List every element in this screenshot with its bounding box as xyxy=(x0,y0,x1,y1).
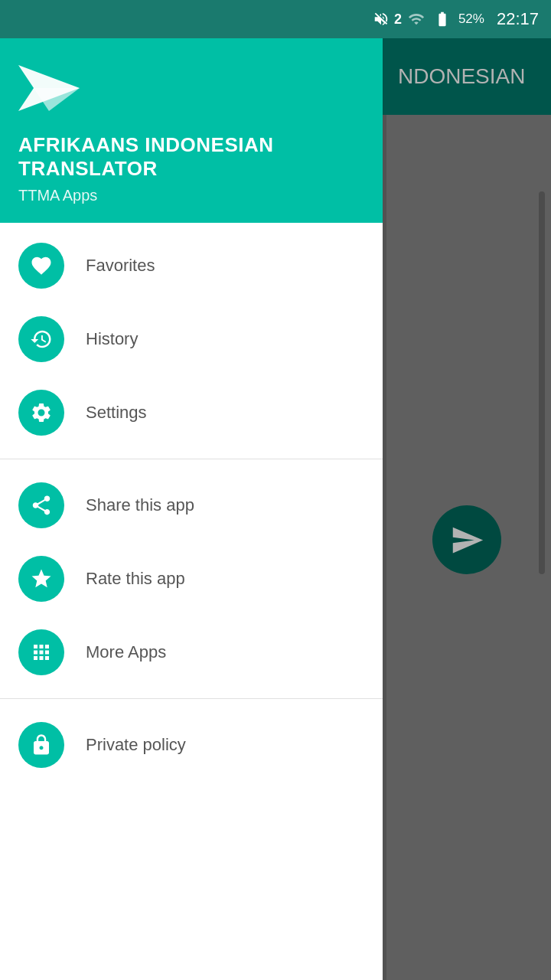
time-display: 22:17 xyxy=(497,9,539,29)
sidebar-item-settings[interactable]: Settings xyxy=(0,376,383,449)
favorites-label: Favorites xyxy=(86,256,155,276)
privacy-label: Private policy xyxy=(86,735,186,755)
translate-button-background xyxy=(432,505,501,574)
secondary-menu-section: Share this app Rate this app More xyxy=(0,462,383,695)
clock-icon xyxy=(30,328,53,351)
history-label: History xyxy=(86,329,138,349)
navigation-drawer: AFRIKAANS INDONESIAN TRANSLATOR TTMA App… xyxy=(0,38,383,980)
share-icon-circle xyxy=(18,482,64,528)
tertiary-menu-section: Private policy xyxy=(0,702,383,788)
header-text-partial: NDONESIAN xyxy=(398,64,525,89)
favorites-icon-circle xyxy=(18,243,64,289)
divider-2 xyxy=(0,698,383,699)
sidebar-item-rate[interactable]: Rate this app xyxy=(0,542,383,616)
mute-icon xyxy=(373,11,390,28)
star-icon xyxy=(30,567,53,590)
sidebar-item-history[interactable]: History xyxy=(0,302,383,376)
primary-menu-section: Favorites History Settings xyxy=(0,223,383,456)
sidebar-item-favorites[interactable]: Favorites xyxy=(0,229,383,302)
privacy-icon-circle xyxy=(18,722,64,768)
scrollbar[interactable] xyxy=(539,191,545,574)
battery-percent: 52% xyxy=(458,11,484,27)
rate-icon-circle xyxy=(18,556,64,602)
sidebar-item-share[interactable]: Share this app xyxy=(0,469,383,542)
drawer-header: AFRIKAANS INDONESIAN TRANSLATOR TTMA App… xyxy=(0,38,383,223)
app-logo xyxy=(18,61,364,118)
battery-icon xyxy=(431,11,454,28)
rate-label: Rate this app xyxy=(86,569,185,589)
sim-icon: 2 xyxy=(394,11,402,28)
heart-icon xyxy=(30,254,53,277)
more-apps-icon-circle xyxy=(18,629,64,675)
grid-icon xyxy=(30,641,53,664)
sidebar-item-more-apps[interactable]: More Apps xyxy=(0,616,383,689)
status-bar: 2 52% 22:17 xyxy=(0,0,551,38)
sidebar-item-privacy[interactable]: Private policy xyxy=(0,708,383,782)
gear-icon xyxy=(30,401,53,424)
signal-icon xyxy=(406,11,426,28)
app-subtitle: TTMA Apps xyxy=(18,187,364,204)
status-icons: 2 52% xyxy=(373,11,484,28)
app-title: AFRIKAANS INDONESIAN TRANSLATOR xyxy=(18,133,364,181)
drawer-menu: Favorites History Settings xyxy=(0,223,383,980)
divider-1 xyxy=(0,459,383,459)
share-icon xyxy=(30,494,53,517)
share-label: Share this app xyxy=(86,495,194,515)
more-apps-label: More Apps xyxy=(86,642,166,662)
settings-label: Settings xyxy=(86,403,147,423)
history-icon-circle xyxy=(18,316,64,362)
settings-icon-circle xyxy=(18,390,64,436)
lock-icon xyxy=(30,733,53,756)
